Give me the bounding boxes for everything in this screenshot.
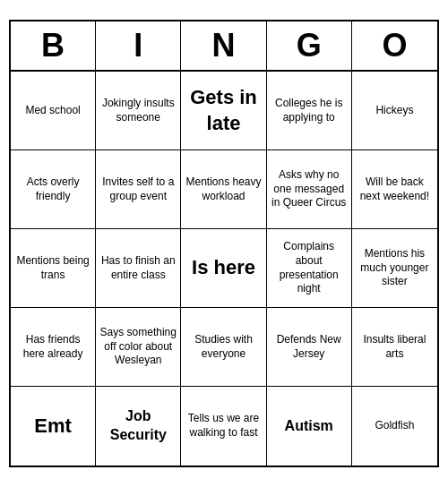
bingo-cell-text-17: Studies with everyone: [185, 333, 262, 361]
bingo-cell-text-6: Invites self to a group event: [99, 175, 177, 203]
bingo-cell-17: Studies with everyone: [181, 308, 266, 387]
bingo-cell-10: Mentions being trans: [11, 229, 96, 308]
bingo-cell-7: Mentions heavy workload: [181, 150, 266, 229]
bingo-cell-text-15: Has friends here already: [14, 333, 91, 361]
bingo-cell-text-5: Acts overly friendly: [14, 175, 91, 203]
bingo-cell-text-16: Says something off color about Wesleyan: [99, 326, 177, 368]
bingo-cell-text-24: Goldfish: [375, 419, 414, 433]
bingo-cell-3: Colleges he is applying to: [267, 72, 352, 150]
bingo-cell-text-3: Colleges he is applying to: [271, 97, 348, 124]
bingo-cell-text-13: Complains about presentation night: [271, 240, 348, 295]
bingo-cell-text-9: Will be back next weekend!: [356, 175, 434, 203]
bingo-cell-21: Job Security: [96, 387, 181, 466]
bingo-cell-4: Hickeys: [352, 72, 437, 150]
bingo-cell-2: Gets in late: [181, 72, 266, 150]
bingo-cell-15: Has friends here already: [11, 308, 96, 387]
bingo-cell-11: Has to finish an entire class: [96, 229, 181, 308]
bingo-cell-text-22: Tells us we are walking to fast: [185, 412, 262, 440]
bingo-cell-text-11: Has to finish an entire class: [99, 254, 177, 282]
bingo-grid: Med schoolJokingly insults someoneGets i…: [11, 72, 437, 466]
bingo-letter-i: I: [96, 21, 181, 70]
bingo-cell-6: Invites self to a group event: [96, 150, 181, 229]
bingo-cell-text-10: Mentions being trans: [14, 254, 91, 282]
bingo-cell-18: Defends New Jersey: [267, 308, 352, 387]
bingo-cell-text-4: Hickeys: [375, 104, 413, 118]
bingo-cell-text-19: Insults liberal arts: [356, 333, 434, 361]
bingo-cell-24: Goldfish: [352, 387, 437, 466]
bingo-cell-text-20: Emt: [34, 414, 72, 440]
bingo-cell-9: Will be back next weekend!: [352, 150, 437, 229]
bingo-letter-n: N: [181, 21, 266, 70]
bingo-cell-text-12: Is here: [192, 255, 255, 281]
bingo-cell-0: Med school: [11, 72, 96, 150]
bingo-cell-text-1: Jokingly insults someone: [99, 97, 177, 124]
bingo-cell-22: Tells us we are walking to fast: [181, 387, 266, 466]
bingo-card: BINGO Med schoolJokingly insults someone…: [9, 20, 439, 467]
bingo-cell-16: Says something off color about Wesleyan: [96, 308, 181, 387]
bingo-cell-19: Insults liberal arts: [352, 308, 437, 387]
bingo-cell-1: Jokingly insults someone: [96, 72, 181, 150]
bingo-cell-5: Acts overly friendly: [11, 150, 96, 229]
bingo-cell-23: Autism: [267, 387, 352, 466]
bingo-cell-13: Complains about presentation night: [267, 229, 352, 308]
bingo-cell-text-23: Autism: [285, 417, 333, 436]
bingo-cell-text-2: Gets in late: [185, 85, 262, 136]
bingo-cell-8: Asks why no one messaged in Queer Circus: [267, 150, 352, 229]
bingo-cell-14: Mentions his much younger sister: [352, 229, 437, 308]
bingo-cell-text-7: Mentions heavy workload: [185, 175, 262, 203]
bingo-header: BINGO: [11, 21, 437, 72]
bingo-cell-20: Emt: [11, 387, 96, 466]
bingo-letter-o: O: [352, 21, 437, 70]
bingo-cell-text-21: Job Security: [99, 407, 177, 445]
bingo-cell-text-14: Mentions his much younger sister: [356, 247, 434, 289]
bingo-letter-b: B: [11, 21, 96, 70]
bingo-cell-text-8: Asks why no one messaged in Queer Circus: [271, 168, 348, 210]
bingo-letter-g: G: [267, 21, 352, 70]
bingo-cell-12: Is here: [181, 229, 266, 308]
bingo-cell-text-0: Med school: [25, 104, 80, 118]
bingo-cell-text-18: Defends New Jersey: [271, 333, 348, 361]
